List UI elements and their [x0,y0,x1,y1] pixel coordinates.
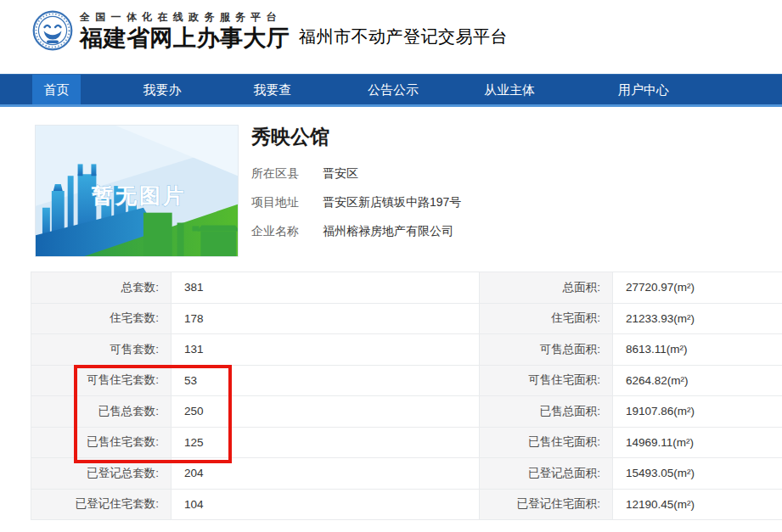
nav-item-query[interactable]: 我要查 [247,75,298,105]
no-image-text: 暂无图片 [91,184,186,207]
logo-text: 全国一体化在线政务服务平台 福建省网上办事大厅 [80,10,290,51]
detail-value: 晋安区新店镇坂中路197号 [323,193,461,210]
nav-item-user-center[interactable]: 用户中心 [616,75,671,105]
nav-list: 首页 我要办 我要查 公告公示 从业主体 用户中心 [0,75,782,105]
stat-value-registered-area: 15493.05(m²) [613,458,782,489]
property-info: 秀映公馆 所在区县 晋安区 项目地址 晋安区新店镇坂中路197号 企业名称 福州… [251,124,727,251]
stat-value-registered-residential-units: 104 [172,490,479,520]
stat-value-residential-area: 21233.93(m²) [613,304,782,334]
stats-table: 总套数: 381 总面积: 27720.97(m²) 住宅套数: 178 住宅面… [31,272,782,520]
detail-label: 企业名称 [251,222,301,239]
logo-tagline: 全国一体化在线政务服务平台 [80,10,290,25]
stat-value-total-units: 381 [172,272,479,303]
logo-title: 福建省网上办事大厅 [80,25,290,51]
stat-value-registered-residential-area: 12190.45(m²) [613,490,782,520]
nav-item-home[interactable]: 首页 [32,75,81,105]
stat-label-sold-residential-units: 已售住宅套数: [31,428,171,458]
stat-label-total-area: 总面积: [480,272,612,303]
stat-label-registered-units: 已登记总套数: [31,458,171,489]
stat-label-registered-area: 已登记总面积: [480,458,612,489]
detail-value: 晋安区 [323,165,358,182]
nav-item-announcements[interactable]: 公告公示 [366,75,420,105]
stat-value-sold-residential-units: 125 [172,428,479,458]
property-details: 所在区县 晋安区 项目地址 晋安区新店镇坂中路197号 企业名称 福州榕禄房地产… [251,165,727,239]
page-title: 福州市不动产登记交易平台 [299,25,508,48]
stat-value-sold-area: 19107.86(m²) [613,396,782,427]
stat-value-sellable-units: 131 [172,334,479,365]
detail-row-company: 企业名称 福州榕禄房地产有限公司 [251,222,727,239]
stat-label-sellable-units: 可售套数: [31,334,171,365]
stat-label-registered-residential-units: 已登记住宅套数: [31,490,171,520]
nav-item-industry-entities[interactable]: 从业主体 [482,75,537,105]
stat-label-registered-residential-area: 已登记住宅面积: [480,490,612,520]
site-logo[interactable]: 全国一体化在线政务服务平台 福建省网上办事大厅 [32,10,290,51]
stat-value-sold-residential-area: 14969.11(m²) [613,428,782,458]
stat-value-sellable-residential-units: 53 [172,366,479,396]
stat-value-registered-units: 204 [172,458,479,489]
stat-value-sellable-residential-area: 6264.82(m²) [613,366,782,396]
stat-label-total-units: 总套数: [31,272,171,303]
nav-bottom-strip [0,104,782,107]
property-image-placeholder: 暂无图片 [35,125,239,257]
stat-label-sold-units: 已售总套数: [31,396,171,427]
detail-label: 所在区县 [251,165,301,182]
stat-value-residential-units: 178 [172,304,479,334]
detail-value: 福州榕禄房地产有限公司 [323,222,453,239]
detail-row-address: 项目地址 晋安区新店镇坂中路197号 [251,193,727,210]
nav-item-apply[interactable]: 我要办 [137,75,188,105]
page: 全国一体化在线政务服务平台 福建省网上办事大厅 福州市不动产登记交易平台 首页 … [0,0,782,532]
stat-value-sold-units: 250 [172,396,479,427]
stat-label-sellable-residential-units: 可售住宅套数: [31,366,171,396]
stat-value-total-area: 27720.97(m²) [613,272,782,303]
detail-row-district: 所在区县 晋安区 [251,165,727,182]
stat-label-residential-units: 住宅套数: [31,304,171,334]
stat-value-sellable-area: 8613.11(m²) [613,334,782,365]
detail-label: 项目地址 [251,193,301,210]
stat-label-residential-area: 住宅面积: [480,304,612,334]
smiley-emblem-icon [32,10,73,51]
main-nav: 首页 我要办 我要查 公告公示 从业主体 用户中心 [0,74,782,104]
stat-label-sellable-area: 可售总面积: [480,334,612,365]
property-name: 秀映公馆 [251,124,727,149]
stat-label-sellable-residential-area: 可售住宅面积: [480,366,612,396]
stat-label-sold-residential-area: 已售住宅面积: [480,428,612,458]
stat-label-sold-area: 已售总面积: [480,396,612,427]
site-header: 全国一体化在线政务服务平台 福建省网上办事大厅 福州市不动产登记交易平台 [0,0,782,74]
